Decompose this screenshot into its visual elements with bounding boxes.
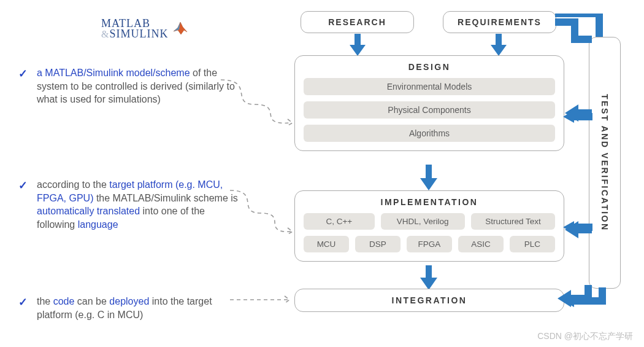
impl-lang-c: C, C++ xyxy=(304,213,375,230)
design-item-env-models: Environmental Models xyxy=(304,78,555,95)
arrow-research-to-design xyxy=(350,34,366,56)
matlab-membrane-icon xyxy=(172,20,189,36)
watermark: CSDN @初心不忘产学研 xyxy=(537,331,633,342)
impl-lang-stext: Structured Text xyxy=(471,213,555,230)
connector-squiggle-design xyxy=(218,77,297,132)
check-icon: ✓ xyxy=(18,295,29,321)
bullet3-text: the code can be deployed into the target… xyxy=(37,295,245,321)
arrow-requirements-to-design xyxy=(491,34,507,56)
impl-hw-mcu: MCU xyxy=(304,236,349,252)
bullet1-text: a MATLAB/Simulink model/scheme of the sy… xyxy=(37,66,245,106)
check-icon: ✓ xyxy=(18,178,29,231)
stage-requirements: REQUIREMENTS xyxy=(443,11,556,33)
stage-design: DESIGN Environmental Models Physical Com… xyxy=(294,55,564,151)
check-icon: ✓ xyxy=(18,66,29,106)
bullet-target-platform: ✓ according to the target platform (e.g.… xyxy=(18,178,245,231)
stage-implementation: IMPLEMENTATION C, C++ VHDL, Verilog Stru… xyxy=(294,190,564,262)
impl-hw-fpga: FPGA xyxy=(407,236,452,252)
impl-hw-plc: PLC xyxy=(510,236,555,252)
stage-test-verification: TEST AND VERIFICATION xyxy=(589,37,621,289)
arrow-req-to-verif xyxy=(555,14,604,38)
arrow-verif-to-design xyxy=(563,111,592,123)
arrow-verif-tail-down xyxy=(597,287,607,301)
verification-title: TEST AND VERIFICATION xyxy=(600,94,610,232)
stage-research: RESEARCH xyxy=(301,11,414,33)
bullet-deploy: ✓ the code can be deployed into the targ… xyxy=(18,295,245,321)
impl-lang-vhdl: VHDL, Verilog xyxy=(381,213,465,230)
arrow-verif-to-impl xyxy=(563,221,592,233)
matlab-simulink-logo: MATLAB &SIMULINK xyxy=(101,18,189,39)
feedback-arrows-right xyxy=(555,11,592,318)
integration-title: INTEGRATION xyxy=(304,295,555,305)
design-item-physical: Physical Components xyxy=(304,101,555,119)
impl-hw-dsp: DSP xyxy=(355,236,401,252)
stage-integration: INTEGRATION xyxy=(294,289,564,312)
logo-text: MATLAB &SIMULINK xyxy=(101,18,168,39)
arrow-impl-to-integ xyxy=(420,265,437,290)
impl-title: IMPLEMENTATION xyxy=(304,197,555,207)
impl-hw-asic: ASIC xyxy=(458,236,504,252)
connector-squiggle-integ xyxy=(227,294,297,306)
design-item-algorithms: Algorithms xyxy=(304,125,555,142)
design-title: DESIGN xyxy=(304,62,555,72)
logo-amp: & xyxy=(101,29,109,39)
logo-line2: SIMULINK xyxy=(109,28,168,40)
connector-squiggle-impl xyxy=(227,187,297,243)
bullet2-text: according to the target platform (e.g. M… xyxy=(37,178,245,231)
arrow-design-to-impl xyxy=(420,165,437,190)
bullet-design-model: ✓ a MATLAB/Simulink model/scheme of the … xyxy=(18,66,245,106)
